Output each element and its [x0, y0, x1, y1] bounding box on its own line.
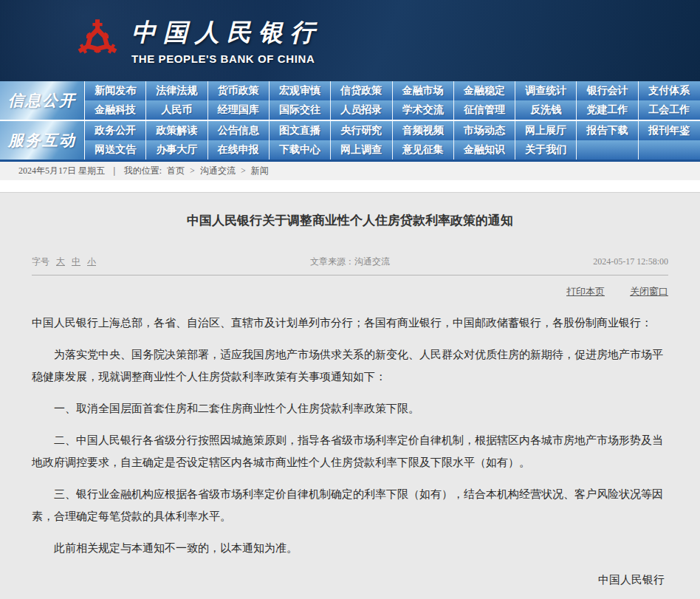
nav-item[interactable]: 金融科技 — [85, 100, 146, 120]
font-size-label: 字号 — [32, 256, 49, 268]
nav-item[interactable]: 人民币 — [146, 100, 207, 120]
nav-item[interactable]: 公告信息 — [208, 121, 270, 140]
article-signature: 中国人民银行 — [32, 569, 665, 591]
font-size-large-link[interactable]: 大 — [56, 256, 65, 268]
article-body: 中国人民银行上海总部，各省、自治区、直辖市及计划单列市分行；各国有商业银行，中国… — [32, 312, 668, 559]
nav-item[interactable]: 调查统计 — [515, 81, 577, 100]
nav-item[interactable]: 货币政策 — [208, 81, 270, 100]
nav-item[interactable]: 新闻发布 — [85, 81, 146, 100]
nav-section-labels: 信息公开 服务互动 — [0, 81, 85, 160]
nav-item[interactable]: 党建工作 — [577, 100, 638, 120]
article-tools: 打印本页 关闭窗口 — [32, 284, 668, 298]
bank-name-english: THE PEOPLE'S BANK OF CHINA — [131, 52, 322, 65]
nav-item[interactable]: 网上展厅 — [515, 121, 577, 140]
nav-item[interactable]: 关于我们 — [515, 140, 577, 160]
breadcrumb-section-link[interactable]: 沟通交流 — [200, 165, 236, 177]
article-content: 中国人民银行关于调整商业性个人住房贷款利率政策的通知 字号 大 中 小 文章来源… — [0, 192, 700, 599]
bank-name-chinese: 中国人民银行 — [131, 16, 322, 49]
nav-item[interactable]: 在线申报 — [208, 140, 270, 160]
nav-item[interactable]: 工会工作 — [639, 100, 700, 120]
nav-item[interactable]: 网送文告 — [85, 140, 146, 160]
site-header: 中国人民银行 THE PEOPLE'S BANK OF CHINA — [0, 0, 700, 81]
nav-item[interactable]: 人员招录 — [331, 100, 392, 120]
nav-section-service-interaction[interactable]: 服务互动 — [0, 121, 85, 160]
breadcrumb-date: 2024年5月17日 星期五 — [18, 165, 105, 177]
page-title: 中国人民银行关于调整商业性个人住房贷款利率政策的通知 — [32, 193, 668, 229]
breadcrumb-page-link[interactable]: 新闻 — [251, 165, 269, 177]
article-source: 文章来源：沟通交流 — [244, 256, 456, 268]
close-window-link[interactable]: 关闭窗口 — [630, 286, 668, 297]
nav-item[interactable]: 报告下载 — [577, 121, 638, 140]
breadcrumb-location-label: 我的位置: — [124, 165, 162, 177]
nav-item-empty — [577, 140, 638, 160]
nav-item[interactable]: 宏观审慎 — [270, 81, 331, 100]
nav-item[interactable]: 支付体系 — [639, 81, 700, 100]
nav-item[interactable]: 报刊年鉴 — [639, 121, 700, 140]
nav-item[interactable]: 网上调查 — [331, 140, 392, 160]
article-datetime: 2024-05-17 12:58:00 — [456, 256, 668, 267]
nav-menu: 新闻发布 法律法规 货币政策 宏观审慎 信贷政策 金融市场 金融稳定 调查统计 … — [85, 81, 700, 160]
article-paragraph: 中国人民银行上海总部，各省、自治区、直辖市及计划单列市分行；各国有商业银行，中国… — [32, 312, 668, 334]
nav-item[interactable]: 金融市场 — [393, 81, 454, 100]
nav-item[interactable]: 办事大厅 — [146, 140, 207, 160]
article-meta: 字号 大 中 小 文章来源：沟通交流 2024-05-17 12:58:00 — [32, 256, 668, 275]
spacer-band — [0, 180, 700, 192]
nav-item[interactable]: 政务公开 — [85, 121, 146, 140]
nav-item[interactable]: 意见征集 — [393, 140, 454, 160]
nav-item[interactable]: 法律法规 — [146, 81, 207, 100]
nav-item[interactable]: 银行会计 — [577, 81, 638, 100]
print-page-link[interactable]: 打印本页 — [566, 286, 605, 297]
nav-item[interactable]: 金融稳定 — [454, 81, 515, 100]
nav-menu-section-1: 新闻发布 法律法规 货币政策 宏观审慎 信贷政策 金融市场 金融稳定 调查统计 … — [85, 81, 700, 120]
nav-item[interactable]: 经理国库 — [208, 100, 270, 120]
nav-item[interactable]: 下载中心 — [270, 140, 331, 160]
nav-item[interactable]: 信贷政策 — [331, 81, 392, 100]
nav-item[interactable]: 音频视频 — [393, 121, 454, 140]
breadcrumb-home-link[interactable]: 首页 — [167, 165, 185, 177]
main-nav: 信息公开 服务互动 新闻发布 法律法规 货币政策 宏观审慎 信贷政策 金融市场 … — [0, 81, 700, 162]
pboc-logo-icon — [75, 12, 120, 69]
article-paragraph: 一、取消全国层面首套住房和二套住房商业性个人住房贷款利率政策下限。 — [32, 397, 668, 420]
nav-item[interactable]: 市场动态 — [454, 121, 515, 140]
breadcrumb-arrow: > — [190, 165, 195, 177]
nav-item[interactable]: 图文直播 — [270, 121, 331, 140]
breadcrumb: 2024年5月17日 星期五 ｜ 我的位置: 首页 > 沟通交流 > 新闻 — [0, 162, 700, 180]
nav-item[interactable]: 央行研究 — [331, 121, 392, 140]
nav-item[interactable]: 政策解读 — [146, 121, 207, 140]
article-paragraph: 此前相关规定与本通知不一致的，以本通知为准。 — [32, 537, 668, 559]
nav-section-information-disclosure[interactable]: 信息公开 — [0, 81, 85, 120]
nav-item[interactable]: 金融知识 — [454, 140, 515, 160]
nav-item[interactable]: 国际交往 — [270, 100, 331, 120]
article-paragraph: 三、银行业金融机构应根据各省级市场利率定价自律机制确定的利率下限（如有），结合本… — [32, 483, 668, 527]
font-size-controls: 字号 大 中 小 — [32, 256, 244, 268]
article-paragraph: 二、中国人民银行各省级分行按照因城施策原则，指导各省级市场利率定价自律机制，根据… — [32, 429, 668, 473]
font-size-medium-link[interactable]: 中 — [72, 256, 80, 268]
breadcrumb-arrow: > — [241, 165, 246, 177]
brand-block: 中国人民银行 THE PEOPLE'S BANK OF CHINA — [131, 16, 322, 65]
article-paragraph: 为落实党中央、国务院决策部署，适应我国房地产市场供求关系的新变化、人民群众对优质… — [32, 343, 668, 388]
nav-item-empty — [639, 140, 700, 160]
nav-item[interactable]: 征信管理 — [454, 100, 515, 120]
nav-item[interactable]: 学术交流 — [393, 100, 454, 120]
nav-item[interactable]: 反洗钱 — [515, 100, 577, 120]
font-size-small-link[interactable]: 小 — [87, 256, 96, 268]
breadcrumb-pipe: ｜ — [110, 165, 119, 177]
nav-menu-section-2: 政务公开 政策解读 公告信息 图文直播 央行研究 音频视频 市场动态 网上展厅 … — [85, 121, 700, 160]
